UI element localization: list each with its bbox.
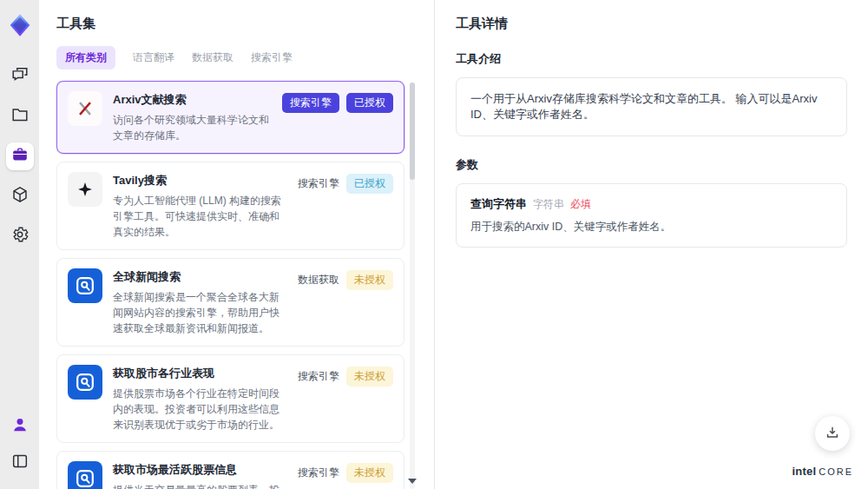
category-badge: 搜索引擎	[298, 367, 339, 387]
tool-text: Arxiv文献搜索 访问各个研究领域大量科学论文和文章的存储库。	[113, 91, 272, 143]
category-badge: 搜索引擎	[298, 463, 339, 483]
category-tabs: 所有类别 语言翻译 数据获取 搜索引擎	[56, 46, 417, 69]
tool-text: 全球新闻搜索 全球新闻搜索是一个聚合全球各大新闻网站内容的搜索引擎，帮助用户快速…	[113, 268, 287, 336]
tool-badges: 搜索引擎 未授权	[298, 365, 393, 433]
category-badge: 数据获取	[298, 270, 339, 290]
folder-icon	[10, 105, 30, 128]
tool-name: 获取股市各行业表现	[113, 366, 287, 381]
scrollbar[interactable]	[410, 83, 415, 489]
tool-card[interactable]: 获取市场最活跃股票信息 提供当天交易量最高的股票列表。投资者可以利用这些信息来识…	[56, 451, 404, 489]
param-type: 字符串	[533, 197, 564, 212]
detail-title: 工具详情	[456, 16, 847, 32]
category-badge: 搜索引擎	[282, 93, 339, 113]
tool-text: 获取股市各行业表现 提供股票市场各个行业在特定时间段内的表现。投资者可以利用这些…	[113, 365, 287, 433]
tool-description: 全球新闻搜索是一个聚合全球各大新闻网站内容的搜索引擎，帮助用户快速获取全球最新资…	[113, 289, 287, 336]
tool-text: 获取市场最活跃股票信息 提供当天交易量最高的股票列表。投资者可以利用这些信息来识…	[113, 461, 287, 489]
intro-box: 一个用于从Arxiv存储库搜索科学论文和文章的工具。 输入可以是Arxiv ID…	[456, 77, 847, 136]
tab-search-engine[interactable]: 搜索引擎	[251, 46, 293, 69]
tool-badges: 搜索引擎 未授权	[298, 461, 393, 489]
tool-name: 全球新闻搜索	[113, 269, 287, 285]
sidebar-item-settings[interactable]	[6, 222, 34, 250]
tool-card[interactable]: Arxiv文献搜索 访问各个研究领域大量科学论文和文章的存储库。 搜索引擎 已授…	[56, 81, 404, 154]
chat-icon	[10, 65, 30, 88]
arxiv-icon	[68, 91, 102, 126]
tab-data-fetching[interactable]: 数据获取	[192, 46, 233, 69]
intro-heading: 工具介绍	[456, 51, 847, 67]
tool-name: Arxiv文献搜索	[113, 92, 272, 108]
tavily-icon	[68, 172, 102, 207]
user-icon	[10, 415, 30, 438]
page-title: 工具集	[56, 16, 417, 32]
auth-badge: 未授权	[346, 367, 393, 387]
tool-badges: 搜索引擎 已授权	[282, 91, 393, 143]
tool-name: 获取市场最活跃股票信息	[113, 462, 287, 478]
auth-badge: 已授权	[346, 174, 393, 194]
sidebar-item-folder[interactable]	[6, 102, 34, 130]
panel-toggle-icon	[10, 452, 30, 474]
settings-icon	[10, 225, 30, 248]
auth-badge: 未授权	[346, 463, 393, 483]
tab-language-translation[interactable]: 语言翻译	[133, 46, 174, 69]
sidebar-item-user[interactable]	[6, 413, 34, 440]
intel-core-logo: intel core	[792, 465, 853, 478]
sidebar-item-toolbox[interactable]	[6, 142, 34, 170]
tool-text: Tavily搜索 专为人工智能代理 (LLM) 构建的搜索引擎工具。可快速提供实…	[113, 172, 287, 240]
param-name: 查询字符串	[470, 196, 527, 212]
cube-icon	[10, 185, 30, 208]
tool-card[interactable]: Tavily搜索 专为人工智能代理 (LLM) 构建的搜索引擎工具。可快速提供实…	[56, 162, 404, 250]
toolbox-icon	[10, 145, 30, 168]
gem-logo-icon[interactable]	[7, 10, 33, 40]
core-wordmark: core	[819, 466, 853, 477]
tool-description: 提供当天交易量最高的股票列表。投资者可以利用这些信息来识别流动性强的股票和潜在的…	[113, 482, 287, 489]
tool-badges: 数据获取 未授权	[298, 268, 393, 336]
scrollbar-thumb[interactable]	[410, 83, 415, 180]
juhe-search-icon	[68, 365, 102, 400]
scroll-down-arrow[interactable]	[408, 479, 417, 484]
auth-badge: 已授权	[346, 93, 393, 113]
tool-card[interactable]: 全球新闻搜索 全球新闻搜索是一个聚合全球各大新闻网站内容的搜索引擎，帮助用户快速…	[56, 258, 404, 347]
tool-list: Arxiv文献搜索 访问各个研究领域大量科学论文和文章的存储库。 搜索引擎 已授…	[56, 81, 404, 489]
params-heading: 参数	[456, 157, 847, 173]
download-icon	[824, 424, 841, 444]
tool-list-wrap: Arxiv文献搜索 访问各个研究领域大量科学论文和文章的存储库。 搜索引擎 已授…	[56, 81, 417, 489]
tool-name: Tavily搜索	[113, 173, 287, 188]
tool-description: 专为人工智能代理 (LLM) 构建的搜索引擎工具。可快速提供实时、准确和真实的结…	[113, 193, 287, 240]
intel-wordmark: intel	[792, 465, 816, 478]
download-button[interactable]	[815, 416, 850, 451]
tab-all-categories[interactable]: 所有类别	[56, 46, 115, 69]
sidebar-item-cube[interactable]	[6, 182, 34, 210]
tool-description: 访问各个研究领域大量科学论文和文章的存储库。	[113, 112, 272, 143]
tool-description: 提供股票市场各个行业在特定时间段内的表现。投资者可以利用这些信息来识别表现优于或…	[113, 386, 287, 433]
sidebar	[0, 0, 39, 489]
sidebar-nav	[6, 63, 34, 250]
param-item: 查询字符串 字符串 必填 用于搜索的Arxiv ID、关键字或作者姓名。	[456, 183, 847, 248]
tool-card[interactable]: 获取股市各行业表现 提供股票市场各个行业在特定时间段内的表现。投资者可以利用这些…	[56, 354, 404, 443]
category-badge: 搜索引擎	[298, 174, 339, 194]
sidebar-item-chat[interactable]	[6, 63, 34, 90]
param-description: 用于搜索的Arxiv ID、关键字或作者姓名。	[470, 220, 832, 235]
auth-badge: 未授权	[346, 270, 393, 290]
sidebar-bottom	[6, 413, 34, 477]
sidebar-item-panel-toggle[interactable]	[6, 449, 34, 477]
tool-badges: 搜索引擎 已授权	[298, 172, 393, 240]
param-head: 查询字符串 字符串 必填	[470, 196, 832, 212]
juhe-search-icon	[68, 461, 102, 489]
param-required-badge: 必填	[570, 197, 591, 212]
juhe-search-icon	[68, 268, 102, 303]
tool-detail-panel: 工具详情 工具介绍 一个用于从Arxiv存储库搜索科学论文和文章的工具。 输入可…	[434, 0, 868, 489]
tool-collection-panel: 工具集 所有类别 语言翻译 数据获取 搜索引擎 Arxiv文献搜索 访问各个研究…	[39, 0, 434, 489]
